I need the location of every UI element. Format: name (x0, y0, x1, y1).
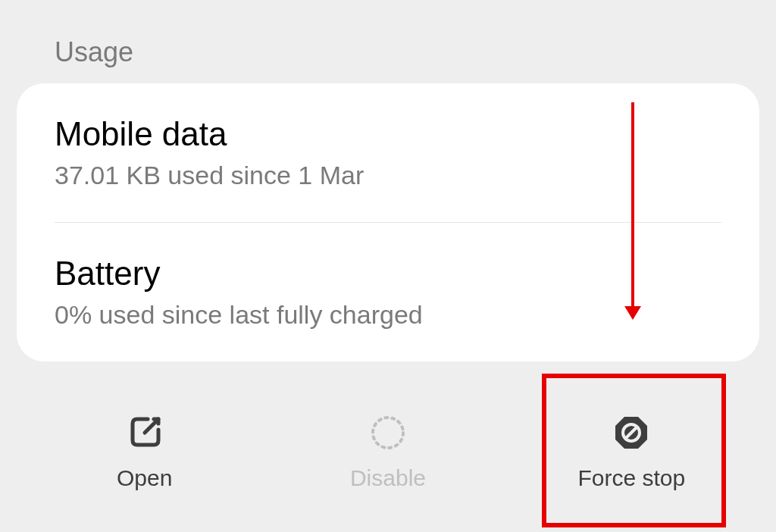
open-label: Open (117, 465, 172, 491)
svg-point-0 (373, 418, 403, 448)
force-stop-button[interactable]: Force stop (510, 414, 753, 491)
battery-title: Battery (55, 255, 721, 293)
list-item-mobile-data[interactable]: Mobile data 37.01 KB used since 1 Mar (17, 83, 759, 222)
annotation-arrow-head (624, 306, 641, 320)
disable-label: Disable (350, 465, 426, 491)
force-stop-icon (612, 414, 650, 452)
mobile-data-title: Mobile data (55, 115, 721, 153)
battery-subtitle: 0% used since last fully charged (55, 300, 721, 330)
open-button[interactable]: Open (23, 414, 266, 491)
bottom-action-bar: Open Disable Force stop (0, 388, 776, 532)
annotation-arrow-line (631, 102, 634, 311)
section-header-usage: Usage (0, 0, 776, 83)
usage-card: Mobile data 37.01 KB used since 1 Mar Ba… (17, 83, 759, 361)
open-icon (126, 414, 164, 452)
list-item-battery[interactable]: Battery 0% used since last fully charged (17, 223, 759, 361)
disable-icon (369, 414, 407, 452)
disable-button: Disable (266, 414, 509, 491)
force-stop-label: Force stop (577, 465, 685, 491)
mobile-data-subtitle: 37.01 KB used since 1 Mar (55, 161, 721, 190)
